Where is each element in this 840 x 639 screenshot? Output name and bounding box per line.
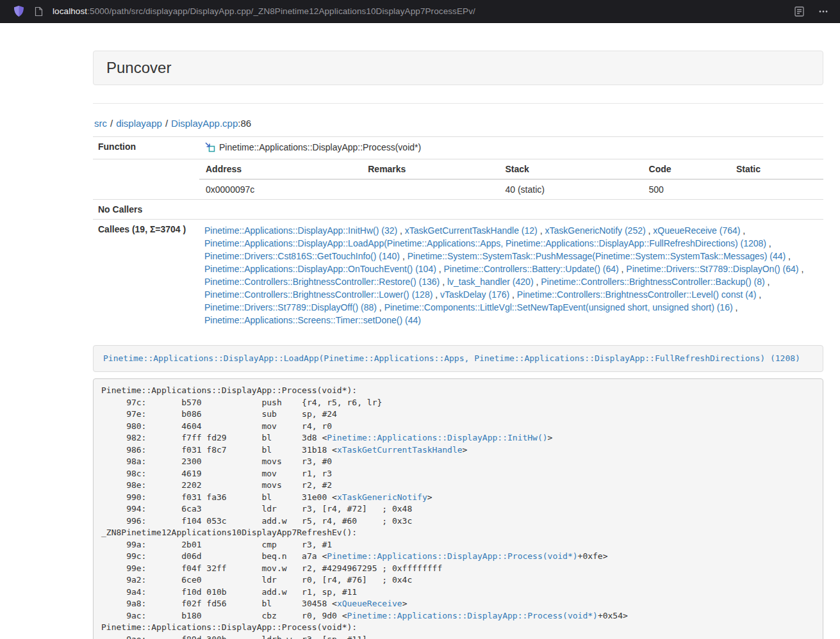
asm-symbol-link[interactable]: Pinetime::Applications::DisplayApp::Proc…	[327, 551, 577, 561]
cell-stack: 40 (static)	[499, 179, 643, 199]
breadcrumb-file[interactable]: DisplayApp.cpp	[171, 118, 238, 129]
function-icon	[204, 142, 215, 154]
divider	[93, 103, 823, 104]
page-content: Puncover src/displayapp/DisplayApp.cpp:8…	[93, 51, 823, 639]
callee-link[interactable]: Pinetime::Controllers::BrightnessControl…	[204, 277, 440, 287]
col-static: Static	[730, 159, 823, 179]
no-callers-label: No Callers	[93, 200, 199, 220]
col-remarks: Remarks	[361, 159, 498, 179]
no-callers-row: No Callers	[93, 200, 823, 220]
breadcrumb-displayapp[interactable]: displayapp	[116, 118, 162, 129]
highlighted-callee-link[interactable]: Pinetime::Applications::DisplayApp::Load…	[103, 353, 800, 363]
cell-static	[730, 179, 823, 199]
disassembly: Pinetime::Applications::DisplayApp::Proc…	[93, 378, 823, 639]
callee-link[interactable]: Pinetime::Drivers::St7789::DisplayOff() …	[204, 302, 377, 312]
callee-link[interactable]: xTaskGetCurrentTaskHandle (12)	[405, 225, 538, 236]
function-row-label: Function	[93, 137, 199, 159]
callee-link[interactable]: Pinetime::Controllers::BrightnessControl…	[204, 289, 432, 300]
metrics-row: Address Remarks Stack Code Static 0x0000…	[93, 159, 823, 200]
breadcrumb-src[interactable]: src	[94, 118, 107, 129]
col-address: Address	[199, 159, 361, 179]
page-icon[interactable]	[35, 6, 43, 17]
callees-label: Callees (19, Σ=3704 )	[93, 220, 199, 332]
shield-icon[interactable]	[14, 6, 24, 17]
url-bar[interactable]: localhost:5000/path/src/displayapp/Displ…	[53, 6, 475, 16]
overflow-menu-icon[interactable]	[818, 6, 828, 17]
metrics-table: Address Remarks Stack Code Static 0x0000…	[199, 159, 823, 199]
callee-link[interactable]: Pinetime::Applications::DisplayApp::OnTo…	[204, 264, 436, 274]
callee-link[interactable]: Pinetime::Drivers::St7789::DisplayOn() (…	[626, 264, 798, 274]
callee-link[interactable]: Pinetime::Applications::DisplayApp::Init…	[204, 225, 397, 236]
callee-link[interactable]: Pinetime::Components::LittleVgl::SetNewT…	[384, 302, 733, 312]
callee-link[interactable]: xQueueReceive (764)	[653, 225, 740, 236]
asm-symbol-link[interactable]: xQueueReceive	[337, 599, 402, 608]
breadcrumb-separator: /	[165, 118, 168, 129]
asm-symbol-link[interactable]: xTaskGenericNotify	[337, 492, 427, 502]
asm-symbol-link[interactable]: Pinetime::Applications::DisplayApp::Init…	[327, 433, 547, 442]
callee-link[interactable]: vTaskDelay (176)	[440, 289, 509, 300]
callee-link[interactable]: Pinetime::Controllers::BrightnessControl…	[541, 277, 764, 287]
breadcrumb: src/displayapp/DisplayApp.cpp:86	[94, 118, 823, 129]
callee-link[interactable]: Pinetime::Controllers::Battery::Update()…	[444, 264, 619, 274]
asm-symbol-link[interactable]: Pinetime::Applications::DisplayApp::Proc…	[347, 611, 598, 620]
cell-address: 0x0000097c	[199, 179, 361, 199]
cell-code: 500	[643, 179, 730, 199]
url-host: localhost	[53, 6, 87, 16]
callees-list: Pinetime::Applications::DisplayApp::Init…	[199, 220, 823, 332]
symbol-table: Function Pinetime::Applications::Display…	[93, 136, 823, 331]
col-stack: Stack	[499, 159, 643, 179]
callee-link[interactable]: xTaskGenericNotify (252)	[545, 225, 645, 236]
callee-link[interactable]: Pinetime::Drivers::Cst816S::GetTouchInfo…	[204, 251, 400, 261]
callee-link[interactable]: Pinetime::Applications::DisplayApp::Load…	[204, 238, 766, 248]
asm-symbol-link[interactable]: xTaskGetCurrentTaskHandle	[337, 445, 463, 455]
breadcrumb-separator: /	[110, 118, 113, 129]
callee-link[interactable]: lv_task_handler (420)	[447, 277, 534, 287]
callee-link[interactable]: Pinetime::Applications::Screens::Timer::…	[204, 315, 421, 325]
function-name: Pinetime::Applications::DisplayApp::Proc…	[219, 142, 421, 152]
browser-toolbar: localhost:5000/path/src/displayapp/Displ…	[0, 0, 840, 23]
reader-mode-icon[interactable]	[795, 6, 804, 17]
app-header: Puncover	[93, 51, 823, 85]
metrics-values-row: 0x0000097c 40 (static) 500	[199, 179, 823, 199]
cell-remarks	[361, 179, 498, 199]
function-row: Function Pinetime::Applications::Display…	[93, 137, 823, 159]
callee-link[interactable]: Pinetime::Controllers::BrightnessControl…	[517, 289, 756, 300]
url-path: :5000/path/src/displayapp/DisplayApp.cpp…	[87, 6, 475, 16]
col-code: Code	[643, 159, 730, 179]
highlighted-callee-panel: Pinetime::Applications::DisplayApp::Load…	[93, 345, 823, 372]
callee-link[interactable]: Pinetime::System::SystemTask::PushMessag…	[408, 251, 786, 261]
page-title: Puncover	[106, 60, 810, 76]
line-number: :86	[238, 118, 251, 129]
callees-row: Callees (19, Σ=3704 ) Pinetime::Applicat…	[93, 220, 823, 332]
